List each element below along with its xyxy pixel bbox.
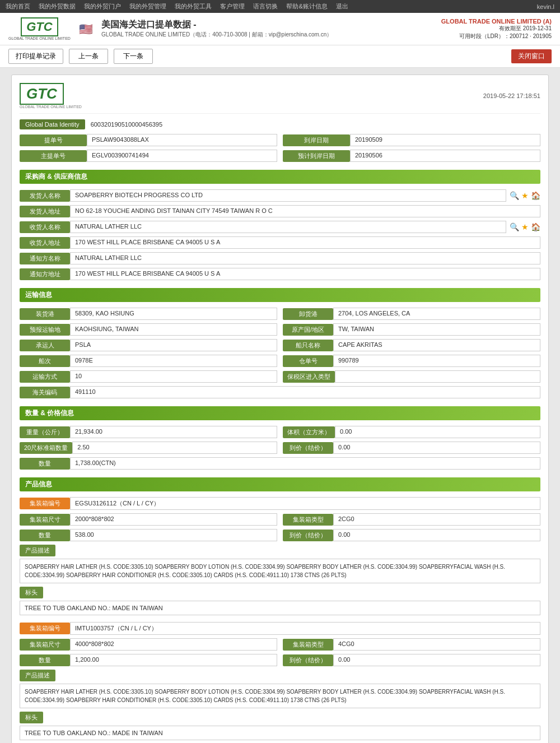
- qty-label-1: 数量: [20, 530, 70, 541]
- qty-col-2: 数量 1,200.00: [20, 654, 277, 666]
- page-header: GTC GLOBAL TRADE ONLINE LIMITED 🇺🇸 美国海关进…: [0, 13, 560, 45]
- marks-section-1: 标头 TREE TO TUB OAKLAND NO.: MADE IN TAIW…: [20, 587, 540, 615]
- close-button[interactable]: 关闭窗口: [511, 49, 552, 63]
- page-title: 美国海关进口提单数据 -: [101, 19, 332, 31]
- unit-price-col: 到价（结价） 0.00: [283, 442, 540, 454]
- qty-label-2: 数量: [20, 654, 70, 666]
- products-section: 产品信息 集装箱编号 EGSU3126112（CN / L / CY） 集装箱尺…: [20, 477, 540, 740]
- card-datetime: 2019-05-22 17:18:51: [483, 92, 540, 99]
- size-type-row-1: 集装箱尺寸 2000*808*802 集装箱类型 2CG0: [20, 513, 540, 526]
- consignee-icons[interactable]: 🔍 ★ 🏠: [510, 222, 540, 231]
- customs-row: 海关编码 491110: [20, 386, 540, 398]
- marks-label-2: 标头: [20, 712, 43, 723]
- warehouse-value: 990789: [333, 355, 540, 367]
- shipper-name-row: 发货人名称 SOAPBERRY BIOTECH PROGRESS CO LTD …: [20, 189, 540, 202]
- product-item-2: 集装箱编号 IMTU1003757（CN / L / CY） 集装箱尺寸 400…: [20, 622, 540, 740]
- print-button[interactable]: 打印提单记录: [8, 49, 63, 64]
- consignee-name-value: NATURAL LATHER LLC: [70, 221, 506, 233]
- type-label-1: 集装箱类型: [283, 514, 333, 526]
- master-bill-label: 主提单号: [20, 150, 87, 162]
- next-button[interactable]: 下一条: [114, 49, 153, 64]
- home-icon[interactable]: 🏠: [531, 191, 540, 200]
- bonded-label: 保税区进入类型: [283, 371, 335, 383]
- nav-home[interactable]: 我的首页: [6, 3, 30, 10]
- warehouse-label: 仓单号: [283, 355, 333, 367]
- consignee-search-icon[interactable]: 🔍: [510, 222, 519, 231]
- search-icon[interactable]: 🔍: [510, 191, 519, 200]
- voyage-col: 船次 0978E: [20, 355, 277, 367]
- desc-value-2: SOAPBERRY HAIR LATHER (H.S. CODE:3305.10…: [20, 684, 540, 708]
- shipper-addr-value: NO 62-18 YOUCHE ANDING DIST TAINAN CITY …: [70, 205, 540, 217]
- nav-data[interactable]: 我的外贸数据: [39, 3, 76, 10]
- container-no-label-2: 集装箱编号: [20, 623, 70, 634]
- qty-price-row-1: 数量 538.00 到价（结价） 0.00: [20, 529, 540, 541]
- gdi-value: 600320190510000456395: [85, 119, 168, 129]
- carrier-value: PSLA: [70, 339, 277, 351]
- size-label-1: 集装箱尺寸: [20, 514, 70, 526]
- date-label: 到岸日期: [283, 134, 350, 146]
- container-no-row-2: 集装箱编号 IMTU1003757（CN / L / CY）: [20, 622, 540, 635]
- header-left: GTC GLOBAL TRADE ONLINE LIMITED 🇺🇸 美国海关进…: [8, 17, 332, 40]
- container20-price-row: 20尺标准箱数量 2.50 到价（结价） 0.00: [20, 442, 540, 454]
- mode-label: 运输方式: [20, 371, 70, 383]
- transport-label: 预报运输地: [20, 324, 70, 336]
- bill-no-col: 提单号 PSLAW9043088LAX: [20, 134, 277, 146]
- nav-clients[interactable]: 客户管理: [220, 3, 245, 10]
- voyage-warehouse-row: 船次 0978E 仓单号 990789: [20, 355, 540, 367]
- logo: GTC GLOBAL TRADE ONLINE LIMITED: [8, 17, 71, 40]
- ports-row: 装货港 58309, KAO HSIUNG 卸货港 2704, LOS ANGE…: [20, 308, 540, 320]
- nav-tools[interactable]: 我的外贸工具: [175, 3, 212, 10]
- marks-value-1: TREE TO TUB OAKLAND NO.: MADE IN TAIWAN: [20, 601, 540, 615]
- volume-label: 体积（立方米）: [283, 426, 335, 438]
- consignee-home-icon[interactable]: 🏠: [531, 222, 540, 231]
- nav-links[interactable]: 我的首页 我的外贸数据 我的外贸门户 我的外贸管理 我的外贸工具 客户管理 语言…: [6, 2, 355, 11]
- nav-manage[interactable]: 我的外贸管理: [129, 3, 166, 10]
- master-bill-col: 主提单号 EGLV003900741494: [20, 150, 277, 162]
- date-col: 到岸日期 20190509: [283, 134, 540, 146]
- notify-name-label: 通知方名称: [20, 253, 70, 264]
- supplier-section-header: 采购商 & 供应商信息: [20, 170, 540, 184]
- eta-col: 预计到岸日期 20190506: [283, 150, 540, 162]
- company-name: GLOBAL TRADE ONLINE LIMITED (A): [441, 18, 552, 25]
- marks-value-2: TREE TO TUB OAKLAND NO.: MADE IN TAIWAN: [20, 726, 540, 740]
- transport-value: KAOHSIUNG, TAIWAN: [70, 323, 277, 336]
- top-toolbar: 打印提单记录 上一条 下一条 关闭窗口: [0, 45, 560, 68]
- prev-button[interactable]: 上一条: [69, 49, 108, 64]
- consignee-addr-value: 170 WEST HILL PLACE BRISBANE CA 94005 U …: [70, 236, 540, 249]
- desc-label-1: 产品描述: [20, 545, 55, 556]
- voyage-label: 船次: [20, 355, 70, 367]
- type-col-1: 集装箱类型 2CG0: [283, 513, 540, 526]
- consignee-star-icon[interactable]: ★: [521, 222, 529, 231]
- star-icon[interactable]: ★: [521, 191, 529, 200]
- price-label-1: 到价（结价）: [283, 530, 333, 541]
- warehouse-col: 仓单号 990789: [283, 355, 540, 367]
- size-value-1: 2000*808*802: [70, 513, 277, 526]
- voyage-value: 0978E: [70, 355, 277, 367]
- nav-portal[interactable]: 我的外贸门户: [84, 3, 121, 10]
- shipper-icons[interactable]: 🔍 ★ 🏠: [510, 191, 540, 200]
- discharge-port-value: 2704, LOS ANGELES, CA: [333, 308, 540, 320]
- transport-col: 预报运输地 KAOHSIUNG, TAIWAN: [20, 323, 277, 336]
- container-no-value-2: IMTU1003757（CN / L / CY）: [70, 622, 540, 635]
- consignee-name-row: 收货人名称 NATURAL LATHER LLC 🔍 ★ 🏠: [20, 221, 540, 233]
- container20-col: 20尺标准箱数量 2.50: [20, 442, 277, 454]
- container-no-value-1: EGSU3126112（CN / L / CY）: [70, 497, 540, 510]
- notify-addr-row: 通知方地址 170 WEST HILL PLACE BRISBANE CA 94…: [20, 268, 540, 280]
- customs-value: 491110: [70, 386, 540, 398]
- origin-label: 原产国/地区: [283, 324, 333, 336]
- unit-price-label: 到价（结价）: [283, 442, 333, 454]
- desc-section-2: 产品描述 SOAPBERRY HAIR LATHER (H.S. CODE:33…: [20, 670, 540, 708]
- nav-logout[interactable]: 退出: [336, 3, 348, 10]
- eta-label: 预计到岸日期: [283, 150, 350, 162]
- nav-language[interactable]: 语言切换: [253, 3, 278, 10]
- nav-help[interactable]: 帮助&账计信息: [286, 3, 327, 10]
- logo-text: GTC: [21, 17, 58, 36]
- price-label-2: 到价（结价）: [283, 654, 333, 666]
- quantity-row: 数量 1,738.00(CTN): [20, 457, 540, 470]
- weight-value: 21,934.00: [70, 426, 277, 438]
- origin-value: TW, TAIWAN: [333, 323, 540, 336]
- notify-name-value: NATURAL LATHER LLC: [70, 252, 540, 264]
- type-label-2: 集装箱类型: [283, 639, 333, 651]
- bonded-value: [335, 370, 540, 383]
- carrier-col: 承运人 PSLA: [20, 339, 277, 351]
